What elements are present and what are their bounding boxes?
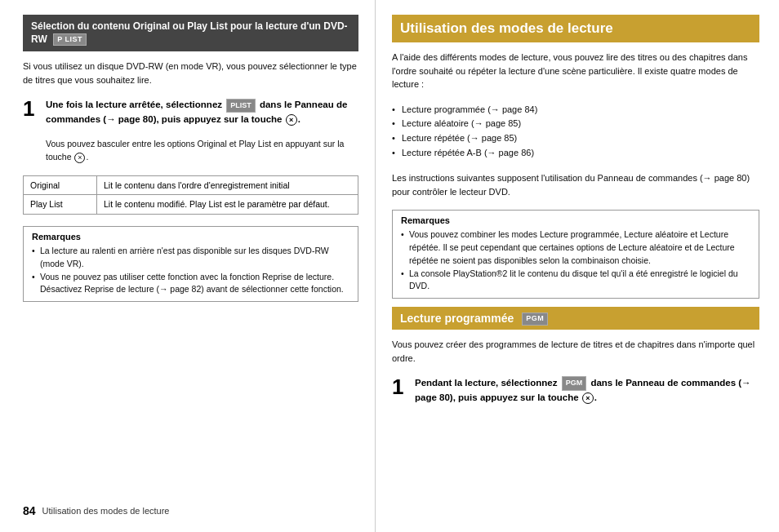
circle-x-icon-2: × — [74, 153, 85, 163]
right-intro-text: A l'aide des différents modes de lecture… — [392, 51, 759, 91]
sub-section-intro: Vous pouvez créer des programmes de lect… — [392, 338, 759, 365]
right-panel-text: Les instructions suivantes supposent l'u… — [392, 171, 759, 198]
table-row: Original Lit le contenu dans l'ordre d'e… — [24, 175, 358, 195]
circle-x-icon: × — [286, 114, 297, 126]
right-remark-1: Vous pouvez combiner les modes Lecture p… — [401, 228, 750, 267]
step1-number: 1 — [23, 98, 39, 119]
right-main-title: Utilisation des modes de lecture — [392, 15, 759, 42]
left-remarks-list: La lecture au ralenti en arrière n'est p… — [32, 245, 349, 296]
left-column: Sélection du contenu Original ou Play Li… — [0, 0, 376, 532]
bullet-item-2: Lecture aléatoire (→ page 85) — [392, 117, 759, 131]
sub-step1-number: 1 — [392, 376, 408, 397]
left-step1: 1 Une fois la lecture arrêtée, sélection… — [23, 98, 358, 126]
right-remark-2: La console PlayStation®2 lit le contenu … — [401, 268, 750, 294]
left-remarks-box: Remarques La lecture au ralenti en arriè… — [23, 226, 358, 302]
plist-badge-inline: PLIST — [226, 99, 256, 113]
right-column: Utilisation des modes de lecture A l'aid… — [376, 0, 779, 532]
bullet-item-1: Lecture programmée (→ page 84) — [392, 103, 759, 117]
left-section-header: Sélection du contenu Original ou Play Li… — [23, 15, 358, 51]
sub-step1: 1 Pendant la lecture, sélectionnez PGM d… — [392, 376, 759, 405]
table-row: Play List Lit le contenu modifié. Play L… — [24, 195, 358, 215]
step1-sub-text: Vous pouvez basculer entre les options O… — [46, 138, 358, 164]
sub-section-title: Lecture programmée — [400, 312, 514, 325]
table-cell-desc-2: Lit le contenu modifié. Play List est le… — [97, 195, 358, 215]
left-remark-2: Vous ne pouvez pas utiliser cette foncti… — [32, 271, 349, 297]
pgm-badge: PGM — [522, 313, 548, 326]
right-remarks-box: Remarques Vous pouvez combiner les modes… — [392, 210, 759, 299]
table-cell-label-2: Play List — [24, 195, 97, 215]
page-number: 84 — [23, 504, 36, 517]
left-remarks-title: Remarques — [32, 232, 349, 242]
page-label: Utilisation des modes de lecture — [42, 506, 170, 516]
sub-step1-text: Pendant la lecture, sélectionnez PGM dan… — [415, 376, 759, 405]
circle-x-icon-3: × — [582, 392, 594, 404]
left-remark-1: La lecture au ralenti en arrière n'est p… — [32, 245, 349, 271]
bullet-item-4: Lecture répétée A-B (→ page 86) — [392, 146, 759, 161]
content-table: Original Lit le contenu dans l'ordre d'e… — [23, 175, 358, 215]
right-remarks-list: Vous pouvez combiner les modes Lecture p… — [401, 228, 750, 293]
page-footer: 84 Utilisation des modes de lecture — [23, 504, 358, 517]
sub-section-header: Lecture programmée PGM — [392, 307, 759, 330]
right-remarks-title: Remarques — [401, 215, 750, 225]
left-intro-text: Si vous utilisez un disque DVD-RW (en mo… — [23, 60, 358, 86]
bullet-item-3: Lecture répétée (→ page 85) — [392, 131, 759, 146]
pgm-badge-inline: PGM — [562, 376, 587, 391]
table-cell-desc-1: Lit le contenu dans l'ordre d'enregistre… — [97, 175, 358, 195]
table-cell-label-1: Original — [24, 175, 97, 195]
plist-badge: P LIST — [53, 33, 87, 47]
right-bullet-list: Lecture programmée (→ page 84) Lecture a… — [392, 103, 759, 160]
step1-text: Une fois la lecture arrêtée, sélectionne… — [46, 98, 358, 126]
